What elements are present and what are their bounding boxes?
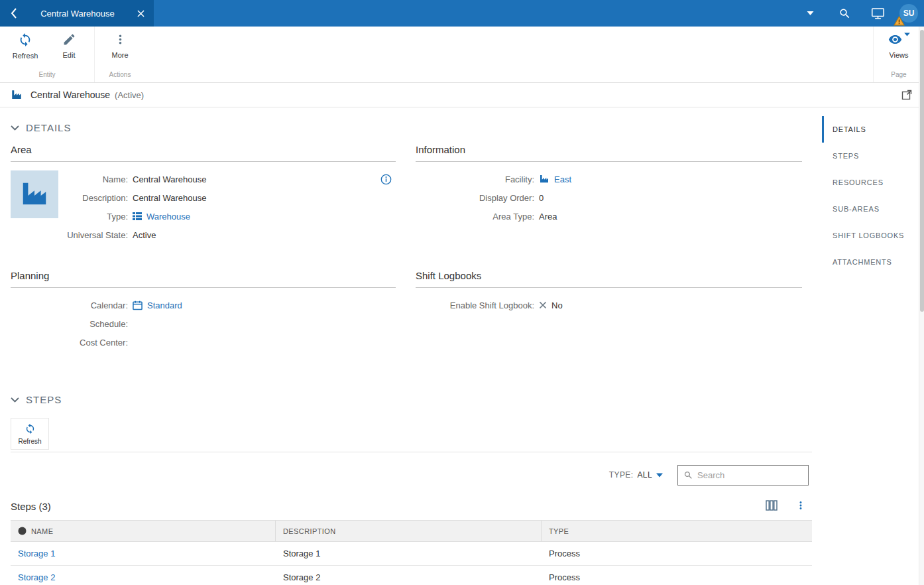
search-input[interactable] bbox=[697, 470, 803, 480]
field-value: Area bbox=[539, 212, 557, 222]
refresh-label: Refresh bbox=[13, 52, 38, 60]
field-label: Cost Center: bbox=[11, 338, 133, 348]
chevron-down-icon bbox=[11, 397, 19, 403]
step-link[interactable]: Storage 2 bbox=[18, 572, 55, 582]
entity-header: Central Warehouse (Active) bbox=[0, 83, 924, 107]
edit-label: Edit bbox=[63, 51, 76, 59]
column-header-description[interactable]: DESCRIPTION bbox=[276, 521, 542, 541]
cell-type: Process bbox=[542, 572, 812, 582]
open-window-icon bbox=[901, 90, 912, 100]
field-universal-state: Universal State: Active bbox=[11, 226, 396, 244]
shift-logbooks-panel-title: Shift Logbooks bbox=[416, 270, 802, 288]
scrollbar[interactable] bbox=[919, 27, 924, 585]
steps-refresh-button[interactable]: Refresh bbox=[11, 418, 49, 450]
eye-icon bbox=[888, 32, 902, 46]
field-label: Enable Shift Logbook: bbox=[416, 300, 539, 310]
field-value: No bbox=[551, 300, 563, 310]
edit-button[interactable]: Edit bbox=[50, 32, 87, 60]
toolbar-group-actions: More Actions bbox=[94, 27, 145, 82]
close-icon bbox=[137, 10, 144, 17]
table-row: Storage 2 Storage 2 Process bbox=[11, 566, 812, 585]
calendar-link[interactable]: Standard bbox=[147, 300, 182, 310]
column-header-name[interactable]: NAME bbox=[11, 521, 276, 541]
name-circle-icon bbox=[18, 527, 27, 535]
column-header-type[interactable]: TYPE bbox=[542, 521, 812, 541]
nav-item-sub-areas[interactable]: SUB-AREAS bbox=[822, 196, 919, 222]
scrollbar-thumb[interactable] bbox=[920, 30, 924, 312]
field-calendar: Calendar: Standard bbox=[11, 296, 396, 314]
open-window-button[interactable] bbox=[900, 88, 913, 101]
toolbar-group-entity: Refresh Edit Entity bbox=[0, 27, 94, 82]
entity-state: (Active) bbox=[115, 90, 144, 100]
field-name: Name: Central Warehouse bbox=[11, 170, 396, 188]
chevron-down-icon bbox=[806, 11, 815, 16]
type-filter-value: ALL bbox=[637, 470, 652, 480]
column-chooser-button[interactable] bbox=[766, 500, 778, 513]
steps-section-header[interactable]: STEPS bbox=[11, 394, 62, 405]
calendar-icon bbox=[133, 300, 143, 310]
area-panel: Area Name: Central Warehouse Description… bbox=[11, 144, 396, 244]
back-icon bbox=[11, 8, 17, 19]
topbar: Central Warehouse SU bbox=[0, 0, 924, 27]
chevron-down-icon bbox=[11, 125, 19, 131]
field-cost-center: Cost Center: bbox=[11, 333, 396, 352]
field-value: Active bbox=[133, 230, 156, 240]
cell-description: Storage 2 bbox=[276, 572, 542, 582]
more-icon bbox=[113, 32, 127, 46]
nav-item-details[interactable]: DETAILS bbox=[822, 116, 919, 143]
nav-item-attachments[interactable]: ATTACHMENTS bbox=[822, 249, 919, 275]
field-area-type: Area Type: Area bbox=[416, 207, 802, 226]
nav-item-shift-logbooks[interactable]: SHIFT LOGBOOKS bbox=[822, 222, 919, 249]
entity-group-label: Entity bbox=[7, 71, 87, 82]
cell-name: Storage 1 bbox=[11, 549, 276, 558]
factory-thumbnail-icon bbox=[19, 179, 50, 210]
table-menu-button[interactable] bbox=[795, 499, 807, 513]
topbar-actions: SU bbox=[806, 4, 924, 23]
more-button[interactable]: More bbox=[101, 32, 139, 59]
field-label: Facility: bbox=[416, 174, 539, 184]
warehouse-link[interactable]: Warehouse bbox=[146, 212, 190, 222]
refresh-icon bbox=[18, 32, 32, 47]
steps-search-box bbox=[677, 465, 809, 486]
step-link[interactable]: Storage 1 bbox=[18, 549, 55, 558]
info-icon bbox=[380, 174, 392, 185]
field-schedule: Schedule: bbox=[11, 314, 396, 333]
views-button[interactable]: Views bbox=[880, 32, 917, 59]
search-icon bbox=[838, 7, 851, 20]
area-panel-title: Area bbox=[11, 144, 396, 162]
field-label: Calendar: bbox=[11, 300, 133, 310]
search-icon bbox=[683, 470, 693, 480]
steps-table: NAME DESCRIPTION TYPE Storage 1 Storage … bbox=[11, 520, 812, 585]
info-button[interactable] bbox=[380, 174, 392, 185]
nav-item-resources[interactable]: RESOURCES bbox=[822, 169, 919, 196]
details-section-header[interactable]: DETAILS bbox=[11, 122, 71, 133]
facility-link[interactable]: East bbox=[554, 174, 571, 184]
cell-name: Storage 2 bbox=[11, 572, 276, 582]
chevron-down-icon bbox=[656, 473, 663, 478]
topbar-search-button[interactable] bbox=[838, 7, 851, 20]
type-filter-label: TYPE: bbox=[609, 470, 634, 480]
type-filter-dropdown[interactable]: TYPE: ALL bbox=[609, 470, 663, 480]
field-type: Type: Warehouse bbox=[11, 207, 396, 226]
planning-panel-title: Planning bbox=[11, 270, 396, 288]
entity-thumbnail bbox=[11, 170, 58, 218]
field-label: Display Order: bbox=[416, 193, 539, 203]
cell-type: Process bbox=[542, 549, 812, 558]
field-facility: Facility: East bbox=[416, 170, 802, 188]
page-group-label: Page bbox=[880, 71, 917, 82]
nav-item-steps[interactable]: STEPS bbox=[822, 143, 919, 169]
main-toolbar: Refresh Edit Entity More Actions Vie bbox=[0, 27, 924, 83]
tab-title[interactable]: Central Warehouse bbox=[21, 9, 134, 19]
field-display-order: Display Order: 0 bbox=[416, 188, 802, 207]
field-description: Description: Central Warehouse bbox=[11, 188, 396, 207]
details-section-title: DETAILS bbox=[26, 122, 71, 133]
field-value: Central Warehouse bbox=[133, 193, 207, 203]
display-button[interactable] bbox=[871, 7, 885, 20]
views-caret-icon bbox=[904, 32, 910, 36]
avatar[interactable]: SU bbox=[899, 4, 918, 23]
field-enable-shift-logbook: Enable Shift Logbook: No bbox=[416, 296, 802, 314]
back-button[interactable] bbox=[7, 6, 21, 21]
topbar-dropdown-button[interactable] bbox=[806, 11, 815, 16]
refresh-button[interactable]: Refresh bbox=[7, 32, 44, 60]
tab-close-button[interactable] bbox=[134, 7, 147, 20]
